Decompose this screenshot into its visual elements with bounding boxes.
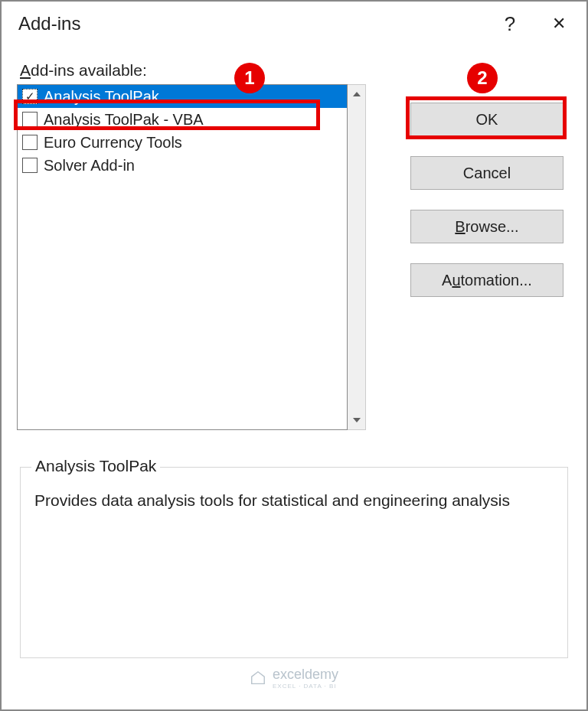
list-item-label: Euro Currency Tools	[44, 134, 182, 152]
scrollbar-track[interactable]	[348, 103, 365, 411]
scroll-up-icon[interactable]	[348, 85, 365, 103]
watermark-name: exceldemy	[273, 667, 338, 683]
checkbox[interactable]	[22, 135, 38, 150]
close-button[interactable]: ✕	[534, 2, 583, 46]
watermark-sub: EXCEL · DATA · BI	[273, 683, 338, 690]
dialog-title: Add-ins	[18, 13, 485, 34]
addins-listbox[interactable]: ✓Analysis ToolPakAnalysis ToolPak - VBAE…	[17, 84, 348, 430]
help-button[interactable]: ?	[485, 2, 534, 46]
titlebar: Add-ins ? ✕	[2, 2, 586, 46]
description-title: Analysis ToolPak	[31, 457, 160, 475]
scroll-down-icon[interactable]	[348, 411, 365, 429]
help-icon: ?	[505, 12, 515, 36]
watermark: exceldemy EXCEL · DATA · BI	[250, 667, 338, 690]
checkbox[interactable]	[22, 158, 38, 173]
callout-2: 2	[467, 63, 498, 93]
ok-button[interactable]: OK	[410, 103, 564, 136]
checkbox[interactable]: ✓	[22, 89, 38, 104]
callout-1: 1	[234, 63, 265, 93]
list-item[interactable]: ✓Analysis ToolPak	[18, 85, 347, 108]
close-icon: ✕	[552, 14, 566, 34]
browse-button[interactable]: Browse...	[410, 210, 564, 243]
cancel-button[interactable]: Cancel	[410, 156, 564, 190]
description-frame: Analysis ToolPak Provides data analysis …	[20, 467, 568, 658]
list-item-label: Solver Add-in	[44, 157, 135, 174]
automation-button[interactable]: Automation...	[410, 263, 564, 297]
list-item-label: Analysis ToolPak - VBA	[44, 111, 204, 129]
scrollbar[interactable]	[348, 84, 366, 430]
list-item[interactable]: Analysis ToolPak - VBA	[18, 108, 347, 131]
addins-list-wrap: ✓Analysis ToolPakAnalysis ToolPak - VBAE…	[17, 84, 366, 430]
watermark-icon	[250, 670, 266, 687]
list-item[interactable]: Solver Add-in	[18, 154, 347, 177]
list-item[interactable]: Euro Currency Tools	[18, 131, 347, 154]
dialog-buttons: OK Cancel Browse... Automation...	[410, 103, 564, 297]
description-body: Provides data analysis tools for statist…	[34, 489, 554, 512]
list-item-label: Analysis ToolPak	[44, 88, 159, 106]
checkbox[interactable]	[22, 112, 38, 127]
